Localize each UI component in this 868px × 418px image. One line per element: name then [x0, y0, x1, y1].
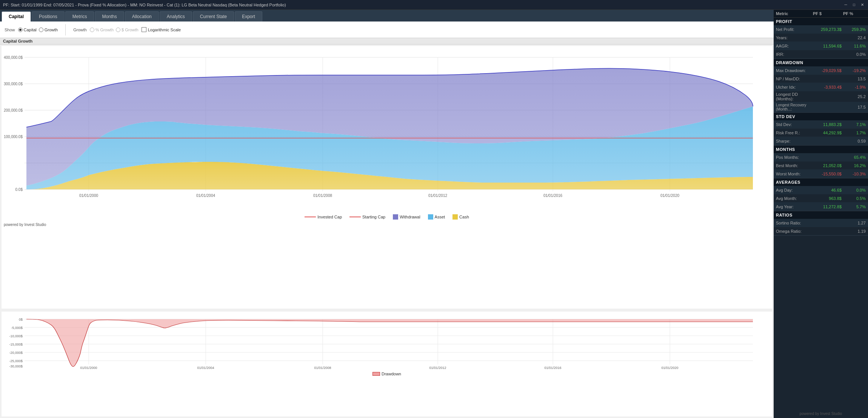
header-pf-pct: PF %	[843, 11, 866, 16]
log-scale-option[interactable]: Logarithmic Scale	[142, 27, 181, 32]
metric-sortino: Sortino Ratio: 1.27	[774, 219, 868, 227]
dollar-growth-option[interactable]: $ Growth	[116, 28, 139, 32]
metric-years: Years: 22.4	[774, 34, 868, 42]
tab-capital[interactable]: Capital	[2, 11, 31, 22]
tab-months[interactable]: Months	[95, 11, 124, 22]
legend-starting-cap: Starting Cap	[349, 215, 385, 219]
legend-invested-cap-icon	[305, 217, 316, 217]
metric-sharpe: Sharpe: 0.59	[774, 137, 868, 145]
growth-radio-group: % Growth $ Growth	[90, 28, 139, 32]
left-panel: Capital Positions Metrics Months Allocat…	[0, 10, 774, 418]
drawdown-legend: Drawdown	[2, 370, 772, 378]
dollar-growth-radio[interactable]	[116, 28, 120, 32]
growth-label: Growth	[73, 28, 86, 32]
svg-text:-20,000$: -20,000$	[9, 351, 23, 355]
tab-analytics[interactable]: Analytics	[160, 11, 192, 22]
svg-text:01/01/2008: 01/01/2008	[314, 366, 331, 370]
ratios-section-title: RATIOS	[774, 211, 868, 219]
chart-legend: Invested Cap Starting Cap Withdrawal Ass…	[2, 212, 772, 222]
tab-allocation[interactable]: Allocation	[125, 11, 159, 22]
header-metric: Metric	[776, 11, 813, 16]
svg-text:01/01/2012: 01/01/2012	[429, 366, 446, 370]
title-bar: PF: Start: 01/01/1999 End: 07/05/2021 - …	[0, 0, 868, 10]
show-capital-label: Capital	[24, 28, 37, 32]
dollar-growth-label: $ Growth	[122, 28, 139, 32]
log-scale-checkbox[interactable]	[142, 27, 146, 32]
divider	[65, 24, 66, 35]
metric-omega: Omega Ratio: 1.19	[774, 227, 868, 235]
metric-net-profit: Net Profit: 259,273.3$ 259.3%	[774, 25, 868, 34]
svg-text:-5,000$: -5,000$	[11, 326, 23, 330]
metric-aagr: AAGR: 11,594.6$ 11.6%	[774, 42, 868, 50]
pct-growth-option[interactable]: % Growth	[90, 28, 114, 32]
metric-std-dev: Std Dev: 11,883.2$ 7.1%	[774, 120, 868, 129]
chart-container: 400,000.0$ 300,000.0$ 200,000.0$ 100,000…	[0, 45, 774, 418]
svg-text:300,000.0$: 300,000.0$	[4, 82, 23, 86]
close-btn[interactable]: ✕	[860, 2, 865, 8]
legend-cash-label: Cash	[459, 215, 469, 219]
drawdown-line	[26, 319, 753, 367]
svg-text:01/01/2016: 01/01/2016	[543, 194, 562, 198]
main-chart-svg: 400,000.0$ 300,000.0$ 200,000.0$ 100,000…	[2, 46, 772, 212]
svg-text:-10,000$: -10,000$	[9, 334, 23, 338]
drawdown-chart-svg: 0$ -5,000$ -10,000$ -15,000$ -20,000$ -2…	[2, 312, 772, 370]
show-label: Show	[5, 28, 15, 32]
metric-avg-day: Avg Day: 46.6$ 0.0%	[774, 186, 868, 194]
months-section: MONTHS Pos Months: 65.4% Best Month: 21,…	[774, 146, 868, 178]
metric-np-maxdd: NP / MaxDD: 13.5	[774, 75, 868, 83]
metric-avg-month: Avg Month: 963.8$ 0.5%	[774, 194, 868, 203]
metric-worst-month: Worst Month: -15,550.0$ -10.3%	[774, 170, 868, 178]
svg-text:01/01/2012: 01/01/2012	[428, 194, 447, 198]
svg-text:01/01/2020: 01/01/2020	[660, 194, 679, 198]
metric-irr: IRR: 0.0%	[774, 50, 868, 58]
header-pf-dollar: PF $	[813, 11, 843, 16]
averages-section-title: AVERAGES	[774, 178, 868, 186]
stddev-section-title: STD DEV	[774, 113, 868, 120]
svg-text:0.0$: 0.0$	[15, 187, 23, 192]
main-container: Capital Positions Metrics Months Allocat…	[0, 10, 868, 418]
right-panel-footer: powered by Invest Studio	[774, 409, 868, 418]
metric-risk-free: Risk Free R.: 44,292.9$ 1.7%	[774, 129, 868, 137]
svg-text:01/01/2020: 01/01/2020	[661, 366, 678, 370]
svg-text:01/01/2004: 01/01/2004	[197, 366, 214, 370]
right-panel-header: Metric PF $ PF %	[774, 10, 868, 18]
legend-asset-label: Asset	[435, 215, 445, 219]
legend-invested-cap-label: Invested Cap	[317, 215, 342, 219]
show-growth-radio[interactable]	[39, 28, 43, 32]
show-growth-label: Growth	[45, 28, 58, 32]
svg-text:01/01/2004: 01/01/2004	[196, 194, 215, 198]
svg-text:01/01/2008: 01/01/2008	[313, 194, 332, 198]
metric-pos-months: Pos Months: 65.4%	[774, 153, 868, 161]
show-capital-radio[interactable]	[18, 28, 23, 32]
legend-invested-cap: Invested Cap	[305, 215, 342, 219]
tab-export[interactable]: Export	[235, 11, 262, 22]
legend-withdrawal-icon	[393, 214, 398, 220]
log-scale-label: Logarithmic Scale	[148, 28, 181, 32]
tab-bar: Capital Positions Metrics Months Allocat…	[0, 10, 774, 22]
svg-text:100,000.0$: 100,000.0$	[4, 135, 23, 139]
tab-metrics[interactable]: Metrics	[65, 11, 94, 22]
legend-asset-icon	[428, 214, 433, 220]
title-text: PF: Start: 01/01/1999 End: 07/05/2021 - …	[3, 3, 286, 7]
pct-growth-radio[interactable]	[90, 28, 94, 32]
right-panel: Metric PF $ PF % PROFIT Net Profit: 259,…	[774, 10, 868, 418]
legend-withdrawal: Withdrawal	[393, 214, 420, 220]
tab-positions[interactable]: Positions	[32, 11, 65, 22]
tab-current-state[interactable]: Current State	[193, 11, 234, 22]
minimize-btn[interactable]: ─	[843, 2, 848, 8]
section-title: Capital Growth	[0, 38, 774, 45]
window-controls: ─ □ ✕	[843, 2, 865, 8]
svg-text:-25,000$: -25,000$	[9, 359, 23, 363]
controls-bar: Show Capital Growth Growth	[0, 22, 774, 38]
stddev-section: STD DEV Std Dev: 11,883.2$ 7.1% Risk Fre…	[774, 113, 868, 146]
months-section-title: MONTHS	[774, 146, 868, 153]
show-growth-option[interactable]: Growth	[39, 28, 58, 32]
chart-footer: powered by Invest Studio	[2, 222, 772, 227]
drawdown-fill	[26, 319, 753, 367]
metric-max-dd: Max Drawdown: -29,029.5$ -19.2%	[774, 66, 868, 75]
maximize-btn[interactable]: □	[851, 2, 857, 8]
legend-asset: Asset	[428, 214, 445, 220]
show-capital-option[interactable]: Capital	[18, 28, 37, 32]
show-group: Show Capital Growth	[5, 28, 58, 32]
svg-text:400,000.0$: 400,000.0$	[4, 55, 23, 60]
